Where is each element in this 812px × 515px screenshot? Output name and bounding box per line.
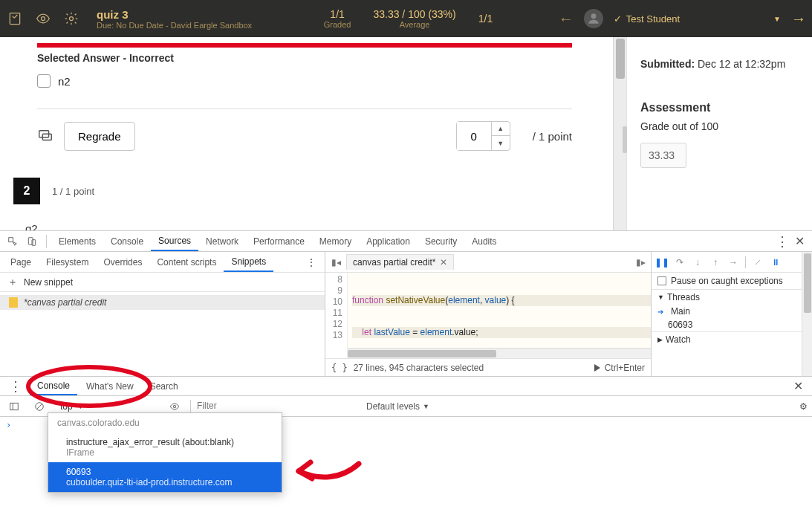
snippet-name: *canvas partial credit	[24, 297, 106, 308]
step-icon[interactable]: →	[727, 256, 739, 268]
debugger-scroll-thumb[interactable]	[804, 253, 811, 313]
tab-performance[interactable]: Performance	[246, 231, 312, 251]
drawer-tab-console[interactable]: Console	[30, 377, 77, 395]
app-header: quiz 3 Due: No Due Date - David Eargle S…	[0, 0, 812, 37]
new-snippet-label: New snippet	[24, 277, 73, 288]
devtools-close-icon[interactable]: ✕	[795, 234, 805, 248]
live-expression-icon[interactable]	[168, 400, 181, 413]
editor-tabrow: ▮◂ canvas partial credit* ✕ ▮▸	[325, 252, 651, 273]
visibility-icon[interactable]	[34, 10, 52, 27]
debugger-scrollbar[interactable]	[802, 252, 812, 376]
watch-section[interactable]: ▶ Watch	[652, 331, 812, 347]
tab-console[interactable]: Console	[103, 231, 151, 251]
editor-tab[interactable]: canvas partial credit* ✕	[346, 254, 454, 270]
inspect-icon[interactable]	[6, 235, 19, 248]
step-into-icon[interactable]: ↓	[692, 256, 704, 268]
pause-caught-label: Pause on caught exceptions	[671, 276, 783, 286]
header-left: quiz 3 Due: No Due Date - David Eargle S…	[6, 0, 265, 37]
tab-application[interactable]: Application	[359, 231, 418, 251]
gear-icon[interactable]	[62, 10, 80, 27]
chevron-down-icon: ▼	[423, 403, 429, 410]
editor-code[interactable]: function setNativeValue(element, value) …	[348, 273, 651, 358]
navigator-menu-icon[interactable]: ⋮	[301, 257, 322, 268]
tab-audits[interactable]: Audits	[464, 231, 504, 251]
drawer-tab-search[interactable]: Search	[143, 377, 186, 395]
stat-count: 1/1	[478, 13, 493, 25]
device-toggle-icon[interactable]	[25, 235, 39, 248]
editor-tab-close-icon[interactable]: ✕	[440, 257, 447, 268]
context-option-60693[interactable]: 60693 cuboulder.quiz-lti-iad-prod.instru…	[48, 462, 282, 492]
console-sidebar-icon[interactable]	[7, 400, 21, 413]
svg-point-1	[42, 17, 45, 21]
devtools-menu-icon[interactable]: ⋮	[776, 238, 789, 245]
header-stats: 1/1 Graded 33.33 / 100 (33%) Average 1/1	[306, 0, 510, 37]
tab-security[interactable]: Security	[418, 231, 464, 251]
subtab-overrides[interactable]: Overrides	[96, 252, 149, 272]
context-option-ajax-title: instructure_ajax_error_result (about:bla…	[66, 437, 234, 447]
answer-label: n2	[58, 75, 71, 88]
subtab-page[interactable]: Page	[3, 252, 39, 272]
console-settings-icon[interactable]: ⚙	[799, 401, 808, 412]
gradebook-icon[interactable]	[6, 10, 24, 27]
threads-section[interactable]: ▼ Threads	[652, 289, 812, 305]
pretty-print-icon[interactable]: { }	[331, 363, 348, 373]
console-body[interactable]: › canvas.colorado.edu instructure_ajax_e…	[0, 417, 812, 515]
run-shortcut: Ctrl+Enter	[605, 363, 645, 373]
tab-sources[interactable]: Sources	[151, 231, 198, 251]
subtab-content-scripts[interactable]: Content scripts	[149, 252, 224, 272]
deactivate-bp-icon[interactable]: ⟋	[752, 256, 764, 268]
editor-nav-menu-icon[interactable]: ▮◂	[330, 256, 342, 268]
student-selector[interactable]: ✓ Test Student ▼	[614, 13, 781, 25]
log-levels-selector[interactable]: Default levels ▼	[366, 401, 429, 412]
answer-checkbox[interactable]	[37, 74, 51, 88]
step-over-icon[interactable]: ↷	[674, 256, 686, 268]
tab-elements[interactable]: Elements	[51, 231, 103, 251]
clear-console-icon[interactable]	[33, 400, 46, 413]
pause-caught-row[interactable]: Pause on caught exceptions	[652, 273, 812, 289]
subtab-snippets[interactable]: Snippets	[224, 252, 273, 272]
run-snippet-button[interactable]: Ctrl+Enter	[594, 363, 645, 373]
next-student-arrow[interactable]: →	[791, 10, 806, 27]
sources-panel: Page Filesystem Overrides Content script…	[0, 252, 812, 377]
plus-icon: ＋	[7, 276, 18, 289]
drawer-tab-whatsnew[interactable]: What's New	[79, 377, 141, 395]
context-selector[interactable]: top ▼	[55, 399, 159, 414]
thread-60693[interactable]: 60693	[652, 318, 812, 331]
quiz-scroll-thumb[interactable]	[616, 39, 625, 79]
subtab-filesystem[interactable]: Filesystem	[39, 252, 96, 272]
log-levels-label: Default levels	[366, 401, 420, 412]
devtools-tabrow: Elements Console Sources Network Perform…	[0, 231, 812, 252]
editor-body[interactable]: 8910 111213 function setNativeValue(elem…	[325, 273, 651, 358]
drawer-menu-icon[interactable]: ⋮	[3, 383, 28, 390]
chevron-down-icon: ▼	[77, 403, 84, 410]
score-step-down[interactable]: ▼	[492, 136, 510, 150]
score-input[interactable]	[457, 122, 491, 150]
console-filter-input[interactable]	[197, 401, 331, 412]
editor-more-icon[interactable]: ▮▸	[634, 256, 646, 268]
thread-main[interactable]: Main	[652, 305, 812, 318]
context-option-ajax[interactable]: instructure_ajax_error_result (about:bla…	[48, 433, 282, 462]
pause-exceptions-icon[interactable]: ⏸	[770, 256, 782, 268]
stat-graded-value: 1/1	[330, 8, 344, 20]
pause-icon[interactable]: ❚❚	[656, 256, 668, 268]
editor-hscrollbar[interactable]	[348, 348, 651, 358]
svg-point-2	[70, 17, 74, 21]
regrade-button[interactable]: Regrade	[64, 122, 135, 151]
grade-input[interactable]	[640, 143, 686, 168]
grading-sidebar: Submitted: Dec 12 at 12:32pm Assessment …	[626, 37, 812, 230]
tab-network[interactable]: Network	[198, 231, 246, 251]
tab-memory[interactable]: Memory	[312, 231, 359, 251]
context-host-header: canvas.colorado.edu	[48, 413, 282, 433]
comment-icon[interactable]	[37, 128, 53, 144]
threads-label: Threads	[667, 292, 700, 302]
prev-student-arrow[interactable]: ←	[559, 10, 574, 27]
editor-hscroll-thumb[interactable]	[348, 350, 496, 357]
step-out-icon[interactable]: ↑	[709, 256, 721, 268]
score-step-up[interactable]: ▲	[492, 122, 510, 136]
editor-status: 27 lines, 945 characters selected	[354, 363, 484, 373]
sidebar-drag-handle[interactable]	[623, 126, 627, 153]
new-snippet-button[interactable]: ＋ New snippet	[0, 273, 325, 292]
drawer-close-icon[interactable]: ✕	[787, 379, 809, 393]
pause-caught-checkbox[interactable]	[657, 276, 666, 285]
snippet-item[interactable]: *canvas partial credit	[0, 295, 325, 310]
